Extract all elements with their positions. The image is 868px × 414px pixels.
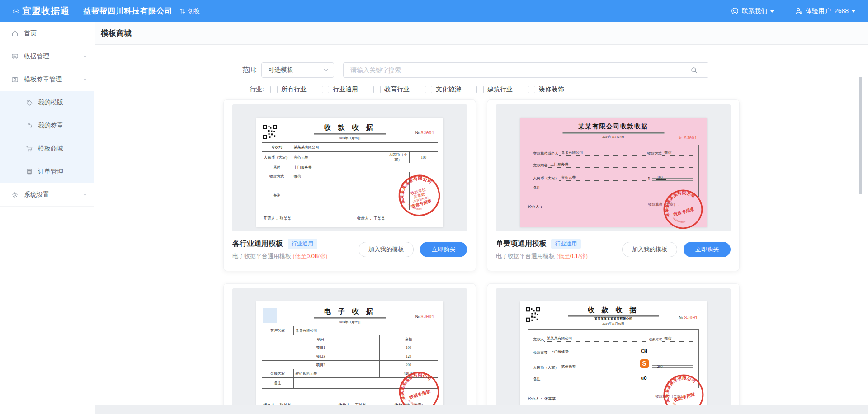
svg-text:收款专用章: 收款专用章 — [673, 206, 695, 217]
chevron-down-icon — [82, 192, 88, 198]
receipt-line: 人民币（大写） 贰佰元整 200 — [533, 363, 693, 370]
sidebar-item-my-templates[interactable]: 我的模版 — [0, 91, 94, 114]
top-bar: 宜盟收据通 益帮帮四川科技有限公司 切换 联系我们 体验用户_2688 — [0, 0, 868, 22]
receipt-date: 2024年11月27日 — [256, 320, 443, 325]
smiley-icon — [731, 7, 739, 15]
receipt-line: 人民币（大写） 壹佰元整 ¥ 100 — [533, 174, 693, 181]
scrollbar-thumb[interactable] — [859, 77, 862, 194]
industry-checkbox-culture-tourism[interactable]: 文化旅游 — [425, 85, 461, 94]
amount-box: 200 — [652, 363, 693, 370]
svg-text:收据专用章: 收据专用章 — [408, 389, 431, 400]
title-underline — [562, 132, 664, 134]
price-text: (低至0.1/张) — [557, 253, 588, 259]
receipt-title: 收 款 收 据 — [520, 306, 707, 315]
template-seal-icon — [11, 76, 19, 83]
content-panel: 范围: 可选模板 行业: 所有行业 — [95, 45, 868, 405]
search-button[interactable] — [680, 63, 708, 77]
chevron-down-icon — [323, 67, 329, 73]
template-card: 收 款 收 据 2024年11月28日 № SJ001 今收到 某某某有限公司 — [223, 99, 476, 271]
checkbox[interactable] — [425, 86, 432, 93]
template-card-grid: 收 款 收 据 2024年11月28日 № SJ001 今收到 某某某有限公司 — [223, 99, 740, 405]
overlay-text: uO — [641, 376, 647, 381]
sidebar-item-label: 首页 — [24, 29, 88, 38]
template-preview: 收 款 收 据 某某某某某某某某有限公司 2024年11月30日 № SJ001… — [496, 288, 731, 405]
search-input-group — [343, 62, 708, 78]
template-description: 电子收据平台通用模板 (低至0.1/张) — [496, 252, 622, 260]
user-menu-dropdown[interactable]: 体验用户_2688 — [795, 7, 855, 15]
cloud-logo-icon — [12, 8, 19, 15]
buy-now-button[interactable]: 立即购买 — [684, 242, 731, 257]
receipt-line: 备注 — [533, 185, 693, 190]
sidebar-item-template-mall[interactable]: 模板商城 — [0, 137, 94, 160]
scope-select-value: 可选模板 — [268, 66, 323, 74]
receipt-image: 某某有限公司收款收据 2024年11月27日 № SJ001 交款单位或个人 某… — [520, 118, 707, 227]
sidebar-item-label: 收据管理 — [24, 52, 82, 61]
sidebar-item-label: 我的模版 — [38, 99, 88, 107]
receipt-title: 某某有限公司收款收据 — [520, 122, 707, 131]
username-label: 体验用户_2688 — [806, 7, 849, 15]
receipt-number: № SJ001 — [679, 315, 698, 320]
cart-icon — [26, 145, 33, 152]
sidebar-item-template-seal-management[interactable]: 模板签章管理 — [0, 68, 94, 91]
receipt-date: 2024年11月30日 — [520, 321, 707, 326]
template-preview: 某某有限公司收款收据 2024年11月27日 № SJ001 交款单位或个人 某… — [496, 104, 731, 231]
industry-checkbox-general[interactable]: 行业通用 — [322, 85, 358, 94]
template-description: 电子收据平台通用模板 (低至0.08/张) — [232, 252, 359, 260]
thumb-signature-icon — [26, 122, 33, 129]
sidebar-item-order-management[interactable]: 订单管理 — [0, 160, 94, 183]
receipt-number: № SJ001 — [679, 136, 697, 141]
bottom-gutter — [95, 405, 868, 414]
search-input[interactable] — [344, 63, 680, 77]
chevron-down-icon — [770, 10, 774, 13]
handler-line: 经办人： 张某某 — [528, 396, 556, 402]
app-logo: 宜盟收据通 — [12, 5, 70, 17]
checkbox[interactable] — [322, 86, 329, 93]
template-preview: 电 子 收 据 2024年11月27日 № SJ001 客户名称 某某有限公司 — [232, 288, 467, 405]
checkbox[interactable] — [528, 86, 535, 93]
home-icon — [11, 30, 19, 37]
scope-select[interactable]: 可选模板 — [261, 62, 334, 78]
industry-checkbox-construction[interactable]: 建筑行业 — [476, 85, 513, 94]
receipt-number: № SJ001 — [415, 314, 434, 320]
svg-text:收款专用章: 收款专用章 — [672, 391, 695, 402]
sidebar-nav: 首页 收据管理 模板签章管理 我的模版 我的签章 — [0, 22, 94, 414]
card-footer: 单费项通用模板 行业通用 电子收据平台通用模板 (低至0.1/张) 加入我的模板… — [496, 239, 731, 260]
receipt-image: 电 子 收 据 2024年11月27日 № SJ001 客户名称 某某有限公司 — [256, 301, 443, 405]
sidebar-item-system-settings[interactable]: 系统设置 — [0, 183, 94, 207]
sidebar-item-receipt-management[interactable]: 收据管理 — [0, 45, 94, 68]
industry-checkbox-education[interactable]: 教育行业 — [373, 85, 410, 94]
industry-badge: 行业通用 — [551, 239, 581, 249]
buy-now-button[interactable]: 立即购买 — [420, 242, 467, 257]
checkbox[interactable] — [476, 86, 484, 93]
template-name: 单费项通用模板 — [496, 239, 547, 249]
industry-checkbox-decoration[interactable]: 装修装饰 — [528, 85, 564, 94]
switch-company-button[interactable]: 切换 — [179, 7, 200, 15]
sidebar-item-home[interactable]: 首页 — [0, 22, 94, 45]
page-header: 模板商城 — [95, 22, 868, 45]
receipt-number: № SJ001 — [415, 130, 434, 136]
receipt-board-icon — [11, 53, 19, 60]
overlay-text: CH — [641, 348, 647, 355]
gear-icon — [11, 191, 19, 198]
switch-label: 切换 — [188, 7, 200, 15]
contact-us-dropdown[interactable]: 联系我们 — [731, 7, 774, 15]
add-to-my-templates-button[interactable]: 加入我的模板 — [359, 242, 414, 257]
contact-us-label: 联系我们 — [742, 7, 767, 15]
checkbox[interactable] — [270, 86, 278, 93]
app-logo-overlay: S — [640, 359, 649, 368]
scope-label: 范围: — [242, 66, 257, 74]
receipt-line: 交款人 某某某有限公司 收款方式 微信 — [533, 336, 693, 342]
template-card: 收 款 收 据 某某某某某某某某有限公司 2024年11月30日 № SJ001… — [487, 283, 740, 405]
user-icon — [795, 7, 802, 15]
switch-arrows-icon — [179, 8, 186, 14]
title-underline — [314, 317, 386, 319]
chevron-down-icon — [82, 54, 88, 59]
add-to-my-templates-button[interactable]: 加入我的模板 — [622, 242, 677, 257]
receipt-line: 收款事项 上门维修费 — [533, 349, 693, 355]
checkbox[interactable] — [373, 86, 381, 93]
template-preview: 收 款 收 据 2024年11月28日 № SJ001 今收到 某某某有限公司 — [232, 104, 467, 231]
industry-checkbox-all[interactable]: 所有行业 — [270, 85, 307, 94]
receipt-date: 2024年11月28日 — [256, 136, 443, 141]
sidebar-item-my-seals[interactable]: 我的签章 — [0, 114, 94, 137]
handler-line: 经办人： — [528, 204, 543, 210]
